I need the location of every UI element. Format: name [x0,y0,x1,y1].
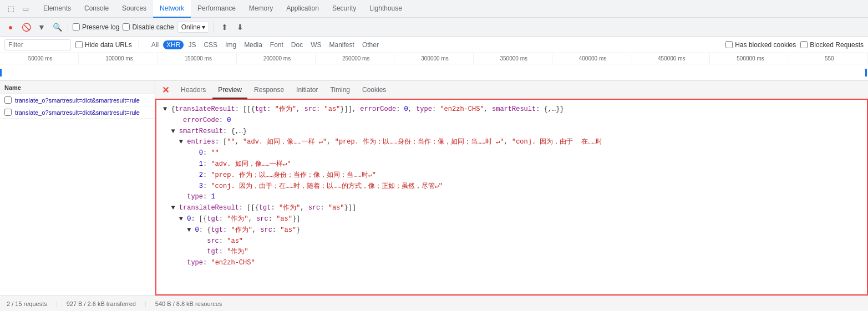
timeline-bars [0,64,868,81]
timeline-label-5: 250000 ms [316,53,394,64]
filter-input[interactable] [4,39,71,50]
throttle-select[interactable]: Online ▾ [177,22,210,33]
timeline-label-11: 550 [789,53,868,64]
filter-manifest[interactable]: Manifest [326,40,358,49]
json-line-5: 0: "" [163,148,860,159]
panel-tab-preview[interactable]: Preview [212,82,247,99]
left-panel: Name translate_o?smartresult=dict&smartr… [0,81,155,295]
tab-network[interactable]: Network [153,0,191,18]
timeline-label-4: 200000 ms [237,53,316,64]
json-line-3: ▼ smartResult: {,…} [163,126,860,137]
network-item-1[interactable]: translate_o?smartresult=dict&smartresult… [0,94,155,106]
status-sep-1: | [56,300,58,307]
json-line-12: ▼ 0: {tgt: "作为", src: "as"} [163,225,860,236]
json-line-8: 3: "conj. 因为，由于；在……时，随着；以……的方式，像；正如；虽然，尽… [163,181,860,192]
timeline-label-2: 100000 ms [79,53,158,64]
hide-data-urls-label[interactable]: Hide data URLs [75,41,132,49]
panel-close-icon[interactable]: ✕ [160,84,171,95]
tab-performance[interactable]: Performance [191,0,242,18]
timeline-labels: 50000 ms 100000 ms 150000 ms 200000 ms 2… [0,53,868,64]
tab-lighthouse[interactable]: Lighthouse [363,0,409,18]
timeline-label-1: 50000 ms [0,53,79,64]
inspect-icon[interactable]: ⬚ [4,2,18,16]
tab-memory[interactable]: Memory [242,0,280,18]
filter-media[interactable]: Media [241,40,266,49]
has-blocked-cookies-label[interactable]: Has blocked cookies [725,41,796,49]
filter-js[interactable]: JS [185,40,199,49]
json-line-13: src: "as" [163,236,860,247]
blocked-requests-checkbox[interactable] [800,41,808,48]
network-list: translate_o?smartresult=dict&smartresult… [0,94,155,295]
tab-console[interactable]: Console [78,0,115,18]
panel-tab-initiator[interactable]: Initiator [291,82,323,99]
json-line-14: tgt: "作为" [163,247,860,258]
chevron-down-icon: ▾ [202,23,205,31]
tab-sources[interactable]: Sources [115,0,153,18]
main-content: Name translate_o?smartresult=dict&smartr… [0,81,868,295]
right-panel: ✕ Headers Preview Response Initiator Tim… [155,81,868,295]
panel-tabs: ✕ Headers Preview Response Initiator Tim… [155,81,868,100]
status-resources: 540 B / 8.8 kB resources [155,300,222,307]
timeline-label-6: 300000 ms [394,53,473,64]
filter-css[interactable]: CSS [200,40,221,49]
json-line-1: ▼ {translateResult: [[{tgt: "作为", src: "… [163,104,860,115]
status-sep-2: | [145,300,146,307]
timeline-bar-end [865,69,867,77]
status-bar: 2 / 15 requests | 927 B / 2.6 kB transfe… [0,295,868,311]
status-transferred: 927 B / 2.6 kB transferred [67,300,136,307]
json-preview[interactable]: ▼ {translateResult: [[{tgt: "作为", src: "… [155,100,868,295]
network-list-header: Name [0,81,155,94]
filter-icon[interactable]: ▼ [35,21,48,33]
panel-tab-headers[interactable]: Headers [175,82,211,99]
search-icon[interactable]: 🔍 [51,21,63,33]
json-line-4: ▼ entries: ["", "adv. 如同，像……一样 ↵", "prep… [163,137,860,148]
network-toolbar: ● 🚫 ▼ 🔍 Preserve log Disable cache Onlin… [0,18,868,37]
filter-ws[interactable]: WS [307,40,324,49]
json-line-6: 1: "adv. 如同，像……一样↵" [163,159,860,170]
timeline-label-3: 150000 ms [158,53,237,64]
timeline: 50000 ms 100000 ms 150000 ms 200000 ms 2… [0,53,868,81]
disable-cache-label[interactable]: Disable cache [123,23,174,31]
filter-font[interactable]: Font [267,40,287,49]
download-icon[interactable]: ⬇ [234,21,246,33]
device-icon[interactable]: ▭ [19,2,32,16]
filter-doc[interactable]: Doc [288,40,306,49]
has-blocked-cookies-checkbox[interactable] [725,41,733,48]
json-line-7: 2: "prep. 作为；以……身份；当作；像，如同；当……时↵" [163,170,860,181]
json-line-9: type: 1 [163,192,860,203]
panel-tab-cookies[interactable]: Cookies [357,82,392,99]
network-item-2[interactable]: translate_o?smartresult=dict&smartresult… [0,106,155,119]
preserve-log-label[interactable]: Preserve log [73,23,119,31]
record-stop-icon[interactable]: ● [4,21,17,33]
preserve-log-checkbox[interactable] [73,23,80,30]
filter-img[interactable]: Img [222,40,240,49]
devtools-tab-bar: ⬚ ▭ Elements Console Sources Network Per… [0,0,868,18]
filter-all[interactable]: All [148,40,162,49]
clear-icon[interactable]: 🚫 [20,21,32,33]
timeline-label-7: 350000 ms [474,53,552,64]
network-item-1-checkbox[interactable] [4,96,12,104]
json-line-11: ▼ 0: [{tgt: "作为", src: "as"}] [163,214,860,225]
panel-tab-timing[interactable]: Timing [324,82,356,99]
json-line-10: ▼ translateResult: [[{tgt: "作为", src: "a… [163,203,860,214]
separator-1 [68,22,68,32]
tab-security[interactable]: Security [326,0,363,18]
panel-tab-response[interactable]: Response [248,82,290,99]
status-requests: 2 / 15 requests [7,300,47,307]
upload-icon[interactable]: ⬆ [219,21,231,33]
timeline-label-9: 450000 ms [631,53,710,64]
disable-cache-checkbox[interactable] [123,23,130,30]
filter-other[interactable]: Other [359,40,382,49]
tab-application[interactable]: Application [280,0,326,18]
network-item-2-checkbox[interactable] [4,109,12,116]
timeline-bar-start [0,69,2,77]
devtools-icons: ⬚ ▭ [4,2,32,16]
tab-elements[interactable]: Elements [37,0,78,18]
blocked-checkboxes: Has blocked cookies Blocked Requests [725,41,864,49]
hide-data-urls-checkbox[interactable] [75,41,83,48]
blocked-requests-label[interactable]: Blocked Requests [800,41,864,49]
json-line-2: errorCode: 0 [163,115,860,126]
filter-sep [139,40,139,50]
filter-bar: Hide data URLs All XHR JS CSS Img Media … [0,37,868,53]
filter-xhr[interactable]: XHR [163,40,184,49]
